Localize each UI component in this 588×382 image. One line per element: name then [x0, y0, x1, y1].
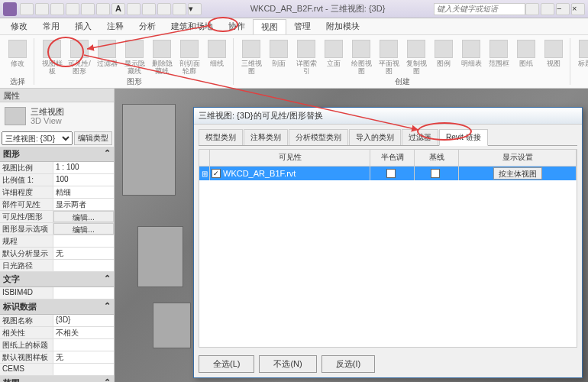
menu-modify[interactable]: 修改 — [3, 19, 35, 34]
ribbon-elev[interactable]: 立面 — [321, 38, 347, 75]
menu-analyze[interactable]: 分析 — [131, 19, 163, 34]
qat-btn8-icon[interactable] — [127, 3, 141, 15]
thinline-icon — [208, 40, 226, 58]
props-category[interactable]: 标识数据⌃ — [0, 299, 114, 315]
qat-save-icon[interactable] — [35, 3, 49, 15]
ribbon-cut-profile[interactable]: 剖切面轮廓 — [176, 38, 202, 75]
menu-annotate[interactable]: 注释 — [99, 19, 131, 34]
ribbon-callout[interactable]: 详图索引 — [293, 38, 319, 75]
ribbon-3dview[interactable]: 三维视图 — [238, 38, 264, 75]
ribbon-dup[interactable]: 复制视图 — [403, 38, 429, 75]
properties-panel: 属性 三维视图 3D View 三维视图: {3D} 编辑类型 图形⌃视图比例1… — [0, 89, 115, 382]
ribbon-show-hidden[interactable]: 显示隐藏线 — [121, 38, 147, 75]
edit-type-button[interactable]: 编辑类型 — [74, 131, 112, 145]
tab-imported[interactable]: 导入的类别 — [349, 129, 401, 145]
props-row-label: ISBIM4D — [0, 287, 53, 299]
ribbon-plan[interactable]: 平面视图 — [376, 38, 402, 75]
dialog-content: 可见性 半色调 基线 显示设置 ⊞ ✓ WKCD_AR_B1F.rvt 按主体视… — [199, 149, 577, 348]
close-icon[interactable]: × — [571, 3, 585, 15]
qat-btn11-icon[interactable] — [173, 3, 186, 15]
3dview-type-icon — [5, 107, 26, 125]
props-category[interactable]: 图形⌃ — [0, 147, 114, 162]
menu-bar: 修改 常用 插入 注释 分析 建筑和场地 协作 视图 管理 附加模块 — [0, 18, 588, 35]
qat-redo-icon[interactable] — [66, 3, 79, 15]
menu-addins[interactable]: 附加模块 — [318, 19, 367, 34]
qat-undo-icon[interactable] — [50, 3, 64, 15]
qat-text-icon[interactable]: A — [111, 3, 125, 15]
menu-view[interactable]: 视图 — [253, 19, 286, 34]
props-row-value[interactable]: 编辑... — [53, 211, 114, 222]
props-row: 规程 — [0, 235, 114, 248]
qat-open-icon[interactable] — [20, 3, 34, 15]
props-row: CEMS — [0, 364, 114, 376]
app-icon[interactable] — [3, 2, 17, 16]
props-row-value[interactable]: 无 — [53, 248, 114, 259]
qat-print-icon[interactable] — [81, 3, 95, 15]
props-row-value[interactable]: 精细 — [53, 186, 114, 198]
qat-btn6-icon[interactable] — [96, 3, 110, 15]
props-row-value[interactable] — [53, 260, 114, 271]
props-row-value[interactable] — [53, 287, 114, 299]
ribbon-drafting[interactable]: 绘图视图 — [348, 38, 374, 75]
ribbon-remove-hidden[interactable]: 删除隐藏线 — [149, 38, 175, 75]
menu-collab[interactable]: 协作 — [221, 19, 253, 34]
ribbon-section[interactable]: 剖面 — [266, 38, 292, 75]
menu-insert[interactable]: 插入 — [67, 19, 99, 34]
qat-btn10-icon[interactable] — [157, 3, 171, 15]
ribbon-schedule[interactable]: 明细表 — [458, 38, 484, 75]
props-row-value[interactable]: 无 — [53, 351, 114, 363]
select-all-button[interactable]: 全选(L) — [199, 355, 254, 373]
properties-type[interactable]: 三维视图 3D View — [0, 102, 114, 130]
ribbon-modify[interactable]: 修改 — [5, 38, 31, 75]
ribbon-legend[interactable]: 图例 — [431, 38, 457, 75]
ribbon-view-template[interactable]: 视图样板 — [39, 38, 65, 75]
help-icon[interactable] — [525, 3, 539, 15]
props-row-value[interactable]: 100 — [53, 174, 114, 186]
props-category[interactable]: 范围⌃ — [0, 376, 114, 382]
display-settings-button[interactable]: 按主体视图 — [493, 167, 542, 180]
halftone-checkbox[interactable] — [386, 169, 396, 178]
ribbon-title[interactable]: 标题栏 — [575, 38, 588, 75]
props-row-value[interactable]: 不相关 — [53, 327, 114, 338]
qat-btn9-icon[interactable] — [142, 3, 156, 15]
tab-model[interactable]: 模型类别 — [199, 129, 243, 145]
tab-analytical[interactable]: 分析模型类别 — [289, 129, 348, 145]
user-icon[interactable] — [541, 3, 554, 15]
props-row-value[interactable]: 1 : 100 — [53, 162, 114, 173]
ribbon-scope[interactable]: 范围框 — [486, 38, 512, 75]
menu-manage[interactable]: 管理 — [286, 19, 318, 34]
properties-instance-select[interactable]: 三维视图: {3D} — [2, 131, 73, 145]
tab-revit-links[interactable]: Revit 链接 — [439, 129, 488, 146]
ribbon-filters[interactable]: 过滤器 — [94, 38, 120, 75]
invert-button[interactable]: 反选(I) — [321, 355, 375, 373]
row-name: WKCD_AR_B1F.rvt — [223, 169, 296, 178]
ribbon-visibility[interactable]: 可见性/图形 — [66, 38, 92, 75]
ribbon-view[interactable]: 视图 — [541, 38, 567, 75]
qat-dropdown-icon[interactable]: ▾ — [188, 3, 202, 15]
props-row-value[interactable]: 显示两者 — [53, 199, 114, 210]
props-row-value[interactable]: 编辑... — [53, 223, 114, 235]
props-row-value[interactable] — [53, 339, 114, 351]
props-category[interactable]: 文字⌃ — [0, 272, 114, 287]
row-checkbox[interactable]: ✓ — [212, 169, 221, 178]
tab-annotation[interactable]: 注释类别 — [244, 129, 288, 145]
props-row-label: 可见性/图形 — [0, 211, 53, 222]
ribbon-sheet[interactable]: 图纸 — [513, 38, 539, 75]
menu-home[interactable]: 常用 — [35, 19, 67, 34]
search-input[interactable] — [434, 3, 525, 15]
props-row: 可见性/图形编辑... — [0, 211, 114, 223]
ribbon-thin-lines[interactable]: 细线 — [204, 38, 230, 75]
tab-filters[interactable]: 过滤器 — [402, 129, 438, 145]
menu-site[interactable]: 建筑和场地 — [163, 19, 221, 34]
props-row-value[interactable] — [53, 364, 114, 375]
props-row: 默认分析显示无 — [0, 248, 114, 260]
min-icon[interactable]: − — [556, 3, 570, 15]
props-row-value[interactable]: {3D} — [53, 315, 114, 326]
dialog-title: 三维视图: {3D}的可见性/图形替换 — [194, 108, 582, 125]
select-none-button[interactable]: 不选(N) — [259, 355, 316, 373]
row-expand-icon[interactable]: ⊞ — [199, 167, 210, 180]
title-icon — [579, 40, 588, 58]
table-row[interactable]: ⊞ ✓ WKCD_AR_B1F.rvt 按主体视图 — [199, 167, 577, 180]
underlay-checkbox[interactable] — [431, 169, 440, 178]
props-row-value[interactable] — [53, 235, 114, 247]
